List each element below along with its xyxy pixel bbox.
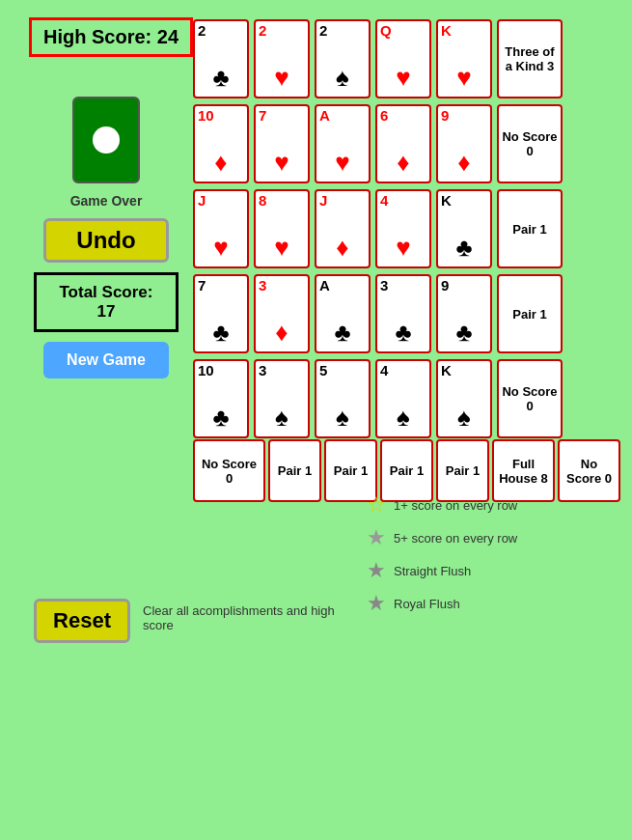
card-suit: ♦: [214, 148, 227, 178]
high-score-display: High Score: 24: [29, 17, 193, 57]
card-r3-c3[interactable]: 3♣: [375, 274, 431, 353]
card-suit: ♥: [213, 233, 228, 263]
card-suit: ♦: [397, 148, 409, 178]
card-value: 9: [441, 108, 487, 123]
card-value: 3: [380, 278, 426, 293]
card-suit: ♠: [336, 63, 349, 93]
left-panel: Game Over Undo Total Score: 17 New Game: [19, 97, 193, 378]
row-score-1: No Score 0: [497, 104, 563, 183]
card-value: 3: [259, 363, 305, 378]
achievements: ☆1+ score on every row★5+ score on every…: [367, 492, 517, 624]
achievement-star-2: ★: [367, 558, 386, 583]
card-r1-c3[interactable]: 6♦: [375, 104, 431, 183]
card-value: K: [441, 23, 487, 38]
card-suit: ♣: [455, 233, 472, 263]
card-r0-c0[interactable]: 2♣: [193, 19, 249, 98]
card-value: 7: [259, 108, 305, 123]
card-suit: ♥: [274, 63, 289, 93]
card-r4-c1[interactable]: 3♠: [254, 359, 310, 438]
card-value: 4: [380, 193, 426, 208]
col-score-0: No Score 0: [193, 439, 265, 502]
card-value: Q: [380, 23, 426, 38]
card-r1-c4[interactable]: 9♦: [436, 104, 492, 183]
card-value: 4: [380, 363, 426, 378]
card-suit: ♥: [396, 233, 410, 263]
card-value: A: [319, 108, 366, 123]
card-value: 2: [259, 23, 305, 38]
card-suit: ♠: [336, 403, 349, 433]
card-r2-c0[interactable]: J♥: [193, 189, 249, 268]
card-r0-c3[interactable]: Q♥: [375, 19, 431, 98]
card-r0-c1[interactable]: 2♥: [254, 19, 310, 98]
card-suit: ♥: [335, 148, 349, 178]
achievement-text-1: 5+ score on every row: [394, 531, 517, 546]
reset-button[interactable]: Reset: [34, 599, 130, 643]
card-suit: ♦: [275, 318, 288, 348]
card-suit: ♠: [457, 403, 471, 433]
card-suit: ♣: [212, 63, 229, 93]
card-suit: ♥: [274, 148, 289, 178]
card-r2-c3[interactable]: 4♥: [375, 189, 431, 268]
card-value: K: [441, 193, 487, 208]
new-game-button[interactable]: New Game: [43, 342, 169, 378]
deck: [72, 97, 140, 183]
card-r1-c2[interactable]: A♥: [315, 104, 371, 183]
card-suit: ♦: [336, 233, 348, 263]
card-r2-c1[interactable]: 8♥: [254, 189, 310, 268]
card-r0-c4[interactable]: K♥: [436, 19, 492, 98]
card-value: 10: [198, 108, 244, 123]
card-suit: ♦: [457, 148, 470, 178]
card-r3-c2[interactable]: A♣: [315, 274, 371, 353]
col-score-6: No Score 0: [558, 439, 620, 502]
row-score-3: Pair 1: [497, 274, 563, 353]
row-score-4: No Score 0: [497, 359, 563, 438]
card-r3-c0[interactable]: 7♣: [193, 274, 249, 353]
card-suit: ♣: [212, 318, 229, 348]
card-r4-c3[interactable]: 4♠: [375, 359, 431, 438]
card-r2-c2[interactable]: J♦: [315, 189, 371, 268]
achievement-text-0: 1+ score on every row: [394, 498, 517, 513]
card-suit: ♥: [456, 63, 471, 93]
achievement-text-3: Royal Flush: [394, 597, 460, 611]
achievement-star-0: ☆: [367, 492, 386, 518]
card-suit: ♣: [455, 318, 472, 348]
card-value: 7: [198, 278, 244, 293]
achievement-item-0: ☆1+ score on every row: [367, 492, 517, 518]
card-value: 8: [259, 193, 305, 208]
high-score-text: High Score: 24: [43, 26, 179, 47]
card-r3-c4[interactable]: 9♣: [436, 274, 492, 353]
achievement-item-3: ★Royal Flush: [367, 591, 517, 616]
card-r2-c4[interactable]: K♣: [436, 189, 492, 268]
achievement-star-3: ★: [367, 591, 386, 616]
card-value: 3: [259, 278, 305, 293]
card-value: 5: [319, 363, 366, 378]
total-score-value: 17: [46, 302, 166, 322]
card-suit: ♠: [397, 403, 410, 433]
card-suit: ♣: [395, 318, 411, 348]
card-r4-c0[interactable]: 10♣: [193, 359, 249, 438]
achievement-star-1: ★: [367, 525, 386, 550]
card-grid: 2♣2♥2♠Q♥K♥Three of a Kind 310♦7♥A♥6♦9♦No…: [193, 19, 564, 441]
card-value: K: [441, 363, 487, 378]
achievement-text-2: Straight Flush: [394, 564, 471, 578]
game-over-label: Game Over: [70, 193, 143, 209]
card-value: 2: [319, 23, 366, 38]
col-score-1: Pair 1: [268, 439, 321, 502]
card-value: 10: [198, 363, 244, 378]
achievement-item-2: ★Straight Flush: [367, 558, 517, 583]
achievement-item-1: ★5+ score on every row: [367, 525, 517, 550]
card-r1-c1[interactable]: 7♥: [254, 104, 310, 183]
card-r0-c2[interactable]: 2♠: [315, 19, 371, 98]
card-r4-c2[interactable]: 5♠: [315, 359, 371, 438]
card-value: 2: [198, 23, 244, 38]
card-r3-c1[interactable]: 3♦: [254, 274, 310, 353]
card-value: J: [198, 193, 244, 208]
card-suit: ♥: [396, 63, 410, 93]
card-r4-c4[interactable]: K♠: [436, 359, 492, 438]
card-value: 6: [380, 108, 426, 123]
reset-description: Clear all acomplishments and high score: [143, 603, 355, 632]
undo-button[interactable]: Undo: [43, 218, 169, 263]
card-value: 9: [441, 278, 487, 293]
card-r1-c0[interactable]: 10♦: [193, 104, 249, 183]
card-suit: ♠: [275, 403, 289, 433]
